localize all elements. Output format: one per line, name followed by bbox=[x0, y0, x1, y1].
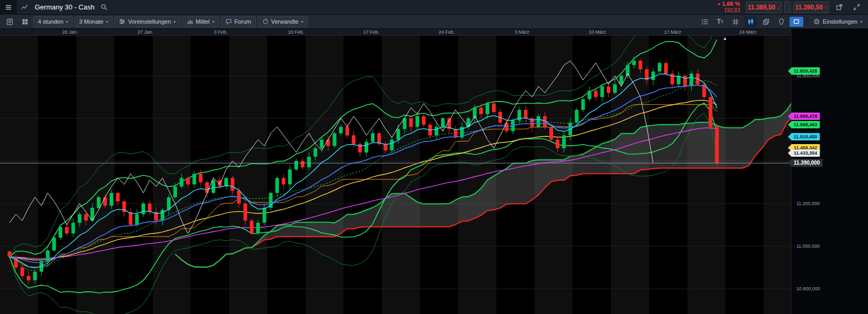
divider bbox=[806, 17, 807, 26]
spread-box bbox=[784, 2, 791, 13]
grid-lines-icon[interactable] bbox=[728, 16, 742, 27]
layout-list-icon[interactable] bbox=[3, 16, 16, 27]
date-label: 3 März bbox=[515, 29, 529, 35]
current-price-badge: 11.390,000 bbox=[788, 159, 823, 167]
related-circle-icon bbox=[262, 18, 269, 25]
menu-icon[interactable] bbox=[0, 0, 17, 15]
chart-toolbar: 4 stunden ▾ 3 Monate ▾ Voreinstellungen … bbox=[0, 15, 868, 29]
instrument-title: Germany 30 - Cash bbox=[35, 3, 94, 11]
chevron-down-icon: ▾ bbox=[301, 19, 303, 24]
settings-dropdown[interactable]: ⚙ Einstellungen ▾ bbox=[810, 17, 865, 26]
related-dropdown[interactable]: Verwandte ▾ bbox=[258, 16, 308, 27]
indicator-price-badge: 11.606,478 bbox=[788, 113, 820, 120]
speech-bubble-icon bbox=[225, 18, 232, 25]
interval-label: 4 stunden bbox=[38, 18, 63, 25]
indicator-price-badge: 11.568,463 bbox=[788, 121, 820, 128]
range-label: 3 Monate bbox=[79, 18, 103, 25]
chart-area[interactable]: 20 Jan.27 Jan.3 Feb.10 Feb.17 Feb.24 Feb… bbox=[0, 29, 868, 314]
forum-label: Forum bbox=[234, 18, 251, 25]
market-data: ▼1,66 % 192,83 11.389,50 ↓ 11.390,50 ↑ bbox=[717, 0, 868, 15]
mean-label: Mittel bbox=[196, 18, 210, 25]
chevron-down-icon: ▾ bbox=[860, 19, 862, 24]
date-label: 17 März bbox=[664, 29, 682, 35]
date-label: 24 März bbox=[739, 29, 757, 35]
search-icon[interactable] bbox=[96, 0, 111, 15]
buy-arrow-up-icon: ↑ bbox=[824, 4, 827, 11]
indicator-price-badge: 11.820,428 bbox=[788, 67, 820, 75]
presets-dropdown[interactable]: Voreinstellungen ▾ bbox=[114, 16, 180, 27]
axis-price-label: 11.000,000 bbox=[796, 244, 820, 249]
buy-price-button[interactable]: 11.390,50 ↑ bbox=[793, 2, 829, 13]
histogram-icon bbox=[187, 18, 193, 25]
range-dropdown[interactable]: 3 Monate ▾ bbox=[74, 16, 113, 27]
indicator-price-badge: 11.433,354 bbox=[788, 149, 820, 157]
sell-arrow-down-icon: ↓ bbox=[777, 4, 780, 11]
list-lines-icon[interactable] bbox=[698, 16, 712, 27]
pin-icon[interactable] bbox=[774, 16, 788, 27]
mean-dropdown[interactable]: Mittel ▾ bbox=[182, 16, 219, 27]
date-label: 20 Jan. bbox=[62, 29, 78, 35]
top-bar: Germany 30 - Cash ▼1,66 % 192,83 11.389,… bbox=[0, 0, 868, 15]
sliders-icon bbox=[119, 18, 125, 25]
interval-dropdown[interactable]: 4 stunden ▾ bbox=[33, 16, 73, 27]
toolbar-right: TT ⚙ Einstellungen ▾ bbox=[698, 16, 865, 27]
date-label: 17 Feb. bbox=[363, 29, 380, 35]
panel-icon bbox=[793, 19, 800, 24]
sell-price: 11.389,50 bbox=[747, 4, 775, 11]
change-percent: 1,66 % bbox=[722, 1, 740, 7]
chevron-down-icon: ▾ bbox=[66, 19, 68, 24]
chevron-down-icon: ▾ bbox=[212, 19, 214, 24]
date-label: 10 Feb. bbox=[288, 29, 304, 35]
presets-label: Voreinstellungen bbox=[128, 18, 171, 25]
buy-price: 11.390,50 bbox=[795, 4, 823, 11]
drawing-tools-button[interactable] bbox=[790, 17, 803, 27]
date-label: 10 März bbox=[589, 29, 606, 35]
forum-button[interactable]: Forum bbox=[221, 16, 256, 27]
price-axis[interactable]: 11.800,00011.600,00011.400,00011.200,000… bbox=[791, 29, 868, 314]
settings-label: Einstellungen bbox=[823, 18, 857, 25]
chevron-down-icon: ▾ bbox=[174, 19, 176, 24]
price-change: ▼1,66 % 192,83 bbox=[717, 1, 740, 13]
layout-grid-icon[interactable] bbox=[18, 16, 32, 27]
axis-price-label: 10.800,000 bbox=[796, 286, 820, 291]
change-absolute: 192,83 bbox=[724, 7, 740, 13]
date-axis: 20 Jan.27 Jan.3 Feb.10 Feb.17 Feb.24 Feb… bbox=[0, 29, 791, 36]
expand-icon[interactable] bbox=[849, 0, 864, 15]
text-tool-icon[interactable]: TT bbox=[713, 16, 727, 27]
date-label: 3 Feb. bbox=[214, 29, 228, 35]
date-label: 27 Jan. bbox=[137, 29, 153, 35]
popout-icon[interactable] bbox=[832, 0, 846, 15]
chart-line-icon[interactable] bbox=[17, 0, 32, 15]
down-triangle-icon: ▼ bbox=[717, 2, 721, 7]
candlestick-chart-icon[interactable] bbox=[744, 16, 757, 27]
gear-icon: ⚙ bbox=[813, 17, 820, 26]
price-chart[interactable] bbox=[0, 29, 791, 314]
chart-marker-icon: ▲ bbox=[723, 36, 727, 41]
axis-price-label: 11.200,000 bbox=[796, 201, 820, 206]
indicator-price-badge: 11.510,450 bbox=[788, 133, 820, 140]
overlay-windows-icon[interactable] bbox=[759, 16, 773, 27]
chevron-down-icon: ▾ bbox=[106, 19, 108, 24]
sell-price-button[interactable]: 11.389,50 ↓ bbox=[746, 2, 782, 13]
related-label: Verwandte bbox=[271, 18, 299, 25]
date-label: 24 Feb. bbox=[439, 29, 455, 35]
